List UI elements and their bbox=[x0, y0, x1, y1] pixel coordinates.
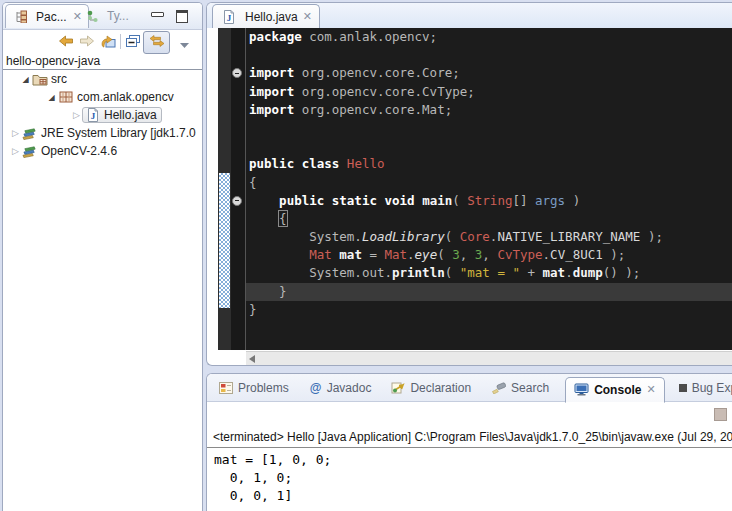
console-area-tab-javadoc[interactable]: @Javadoc bbox=[309, 381, 372, 395]
range-indicator bbox=[219, 173, 230, 308]
console-area-tab-declaration[interactable]: Declaration bbox=[391, 381, 471, 395]
code-line-current: } bbox=[246, 283, 732, 301]
maximize-button[interactable] bbox=[176, 10, 188, 23]
collapse-all-icon[interactable] bbox=[124, 33, 142, 49]
explorer-tab-row: Pac... ✕ Ty... bbox=[3, 3, 202, 30]
code-line: { bbox=[246, 210, 732, 228]
code-line: import org.opencv.core.Mat; bbox=[246, 101, 732, 119]
tree-item-label: com.anlak.opencv bbox=[77, 90, 174, 104]
tab-label: Bug Explorer bbox=[692, 381, 732, 395]
code-lines: package com.anlak.opencv;import org.open… bbox=[246, 28, 732, 319]
tab-label: Javadoc bbox=[327, 381, 372, 395]
bug-square-icon bbox=[679, 384, 687, 392]
console-area-tab-bug-explorer[interactable]: Bug Explorer bbox=[679, 381, 732, 395]
expand-arrow-icon[interactable]: ▷ bbox=[10, 146, 21, 156]
code-line: import org.opencv.core.CvType; bbox=[246, 83, 732, 101]
tree-item-com-anlak-opencv[interactable]: ◢com.anlak.opencv bbox=[3, 88, 202, 106]
code-line: { bbox=[246, 174, 732, 192]
expand-arrow-icon[interactable]: ▷ bbox=[10, 128, 21, 138]
expand-arrow-icon[interactable]: ▷ bbox=[71, 110, 82, 120]
editor-content: package com.anlak.opencv;import org.open… bbox=[207, 28, 732, 350]
editor-tab-label: Hello.java bbox=[245, 10, 298, 24]
editor-area: J Hello.java ✕ package com.anlak.opencv;… bbox=[206, 2, 732, 366]
tree-item-hello-java[interactable]: ▷JHello.java bbox=[3, 106, 202, 124]
tree-item-label: JRE System Library [jdk1.7.0 bbox=[41, 126, 196, 140]
console-status-underline bbox=[207, 447, 732, 448]
java-file-icon: J bbox=[85, 108, 101, 122]
link-with-editor-icon bbox=[148, 34, 166, 51]
fold-collapse-icon[interactable] bbox=[232, 196, 242, 206]
selected-tree-item: JHello.java bbox=[82, 107, 162, 123]
tab-label: Search bbox=[511, 381, 549, 395]
code-line bbox=[246, 119, 732, 137]
scroll-left-arrow-icon[interactable] bbox=[249, 355, 255, 363]
collapse-arrow-icon[interactable]: ◢ bbox=[46, 93, 57, 102]
console-area-tab-problems[interactable]: Problems bbox=[219, 381, 289, 395]
tree-item-project-root[interactable]: hello-opencv-java bbox=[3, 54, 202, 70]
link-with-editor-button[interactable] bbox=[143, 31, 170, 54]
tree-item-label: src bbox=[51, 72, 67, 86]
console-area-tab-search[interactable]: Search bbox=[491, 381, 549, 395]
code-line: System.LoadLibrary( Core.NATIVE_LIBRARY_… bbox=[246, 228, 732, 246]
package-folder-icon bbox=[32, 73, 48, 86]
toolbar-separator bbox=[120, 34, 121, 49]
console-toolbar-button[interactable] bbox=[714, 408, 727, 421]
eclipse-workbench: Pac... ✕ Ty... hello-opencv-java ◢src◢ bbox=[0, 0, 732, 511]
library-icon bbox=[22, 145, 38, 158]
console-tab-row: Problems@JavadocDeclarationSearchConsole… bbox=[207, 374, 732, 402]
code-line: Mat mat = Mat.eye( 3, 3, CvType.CV_8UC1 … bbox=[246, 246, 732, 264]
tab-label: Declaration bbox=[410, 381, 471, 395]
forward-icon[interactable] bbox=[78, 33, 96, 49]
tree-item-label: Hello.java bbox=[104, 108, 157, 122]
tree-item-label: OpenCV-2.4.6 bbox=[41, 144, 117, 158]
explorer-toolbar bbox=[3, 30, 202, 54]
tab-label: Pac... bbox=[36, 10, 67, 24]
tree-item-jre-system-library-jdk1-7-0[interactable]: ▷JRE System Library [jdk1.7.0 bbox=[3, 124, 202, 142]
library-icon bbox=[22, 127, 38, 140]
close-icon[interactable]: ✕ bbox=[646, 383, 655, 396]
problems-icon bbox=[219, 382, 233, 394]
console-view: Problems@JavadocDeclarationSearchConsole… bbox=[206, 373, 732, 511]
tab-label: Problems bbox=[238, 381, 289, 395]
console-output-line: mat = [1, 0, 0; bbox=[214, 451, 732, 469]
type-hierarchy-icon bbox=[84, 10, 100, 23]
tree-item-opencv-2-4-6[interactable]: ▷OpenCV-2.4.6 bbox=[3, 142, 202, 160]
tab-label: Ty... bbox=[107, 9, 129, 23]
code-line bbox=[246, 46, 732, 64]
code-line: public class Hello bbox=[246, 155, 732, 173]
svg-text:@: @ bbox=[309, 381, 321, 394]
console-output-line: 0, 0, 1] bbox=[214, 487, 732, 505]
package-explorer-icon bbox=[13, 10, 29, 23]
tab-type-hierarchy[interactable]: Ty... bbox=[77, 4, 135, 28]
console-area-tab-console[interactable]: Console✕ bbox=[565, 377, 665, 403]
javadoc-icon: @ bbox=[309, 381, 322, 394]
svg-text:J: J bbox=[91, 111, 96, 121]
console-output-line: 0, 1, 0; bbox=[214, 469, 732, 487]
search-icon bbox=[491, 382, 506, 394]
back-icon[interactable] bbox=[57, 33, 75, 49]
svg-text:J: J bbox=[227, 13, 232, 23]
close-icon[interactable]: ✕ bbox=[303, 10, 312, 23]
up-icon[interactable] bbox=[99, 33, 117, 49]
code-line: } bbox=[246, 301, 732, 319]
editor-tab-hello-java[interactable]: J Hello.java ✕ bbox=[212, 4, 320, 28]
code-editor[interactable]: package com.anlak.opencv;import org.open… bbox=[246, 28, 732, 350]
java-file-icon: J bbox=[221, 10, 237, 24]
console-icon bbox=[574, 383, 589, 396]
view-menu-icon[interactable] bbox=[175, 37, 193, 53]
code-line: public static void main( String[] args ) bbox=[246, 192, 732, 210]
tab-label: Console bbox=[594, 383, 641, 397]
declaration-icon bbox=[391, 382, 405, 394]
project-label: hello-opencv-java bbox=[6, 54, 100, 68]
editor-tab-row: J Hello.java ✕ bbox=[207, 3, 732, 29]
project-tree: ◢src◢com.anlak.opencv▷JHello.java▷JRE Sy… bbox=[3, 70, 202, 160]
collapse-arrow-icon[interactable]: ◢ bbox=[20, 75, 31, 84]
folding-margin[interactable] bbox=[231, 28, 245, 350]
code-line: import org.opencv.core.Core; bbox=[246, 64, 732, 82]
code-line: System.out.println( "mat = " + mat.dump(… bbox=[246, 264, 732, 282]
horizontal-scrollbar[interactable] bbox=[246, 351, 732, 366]
console-output[interactable]: mat = [1, 0, 0; 0, 1, 0; 0, 0, 1] bbox=[214, 451, 732, 505]
minimize-button[interactable] bbox=[151, 12, 164, 17]
fold-collapse-icon[interactable] bbox=[232, 68, 242, 78]
tree-item-src[interactable]: ◢src bbox=[3, 70, 202, 88]
